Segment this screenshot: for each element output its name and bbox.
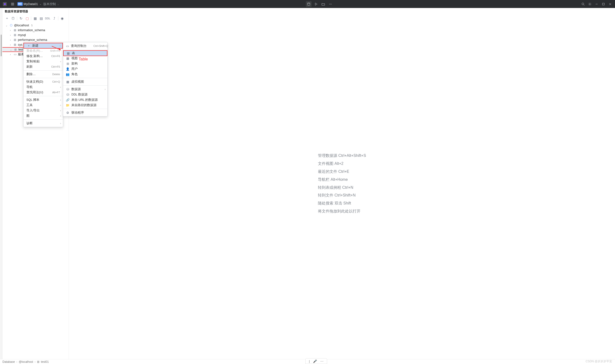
schema-icon: ⊞: [13, 33, 17, 37]
ctx-diagram[interactable]: 图 ›: [24, 113, 63, 118]
chevron-right-icon[interactable]: ›: [9, 53, 12, 56]
ddl-button[interactable]: DDL: [45, 17, 50, 20]
svg-point-7: [582, 3, 584, 5]
shortcut-line: 文件视图 Alt+2: [318, 160, 366, 168]
shortcut-line: 最近的文件 Ctrl+E: [318, 168, 366, 176]
chevron-right-icon[interactable]: ›: [9, 34, 12, 37]
tree-label: @localhost: [14, 24, 29, 27]
sub-schema[interactable]: ⊞ 架构: [63, 61, 108, 66]
ctx-diagnose[interactable]: 诊断 ›: [24, 121, 63, 126]
gear-icon[interactable]: [587, 1, 593, 7]
schema-icon: ⊞: [37, 360, 40, 364]
folder-icon[interactable]: [320, 1, 326, 7]
sub-ddl-data-source[interactable]: ⛁ DDL 数据源: [63, 92, 108, 97]
maximize-icon[interactable]: [601, 1, 606, 7]
close-icon[interactable]: [607, 1, 613, 7]
project-badge: MD: [17, 2, 23, 6]
watermark: CSDN @岁岁岁平安: [586, 359, 612, 364]
svg-point-6: [331, 4, 332, 4]
shortcut-line: 导航栏 Alt+Home: [318, 176, 366, 184]
breadcrumb-item[interactable]: Database: [2, 360, 15, 364]
left-toolstrip: [0, 8, 2, 359]
project-selector[interactable]: MD MyData01 ⌄: [17, 2, 41, 6]
minimize-icon[interactable]: [594, 1, 600, 7]
ctx-delete[interactable]: 删除… Delete: [24, 72, 63, 77]
chevron-right-icon: ›: [60, 44, 60, 47]
sub-user[interactable]: 👤 用户: [63, 66, 108, 72]
svg-point-2: [307, 3, 310, 4]
main-menu-icon[interactable]: [10, 1, 15, 7]
tree-item[interactable]: › ⊞ performance_schema: [2, 38, 69, 42]
tree-item[interactable]: › ⊞ information_schema: [2, 28, 69, 33]
svg-point-8: [589, 4, 590, 5]
chevron-right-icon[interactable]: ›: [9, 43, 12, 46]
ctx-import-export[interactable]: 导入/导出 ›: [24, 108, 63, 113]
sub-query-console[interactable]: ▭ 查询控制台 Ctrl+Shift+Q: [63, 43, 108, 49]
database-icon[interactable]: [306, 1, 312, 7]
ctx-copy-paste[interactable]: 复制/粘贴 ›: [24, 59, 63, 64]
sub-driver[interactable]: ⚙ 驱动程序: [63, 110, 108, 115]
more-icon[interactable]: [328, 1, 333, 7]
sidebar-title: 数据库资源管理器: [2, 8, 69, 15]
table-icon[interactable]: ▤: [39, 16, 43, 21]
context-submenu-new: ▭ 查询控制台 Ctrl+Shift+Q ▦ 表 ▦ 视图 ⊞ 架构 👤 用户 …: [63, 42, 108, 117]
more-icon[interactable]: ⋯: [320, 359, 324, 363]
table-icon: ▦: [67, 52, 70, 55]
ctx-new[interactable]: ＋ 新建 ›: [24, 43, 63, 49]
datasource-icon[interactable]: [11, 16, 15, 21]
chevron-right-icon: ›: [60, 122, 61, 125]
sub-data-source[interactable]: ⛁ 数据源 ›: [63, 87, 108, 92]
ctx-refresh[interactable]: 刷新 Ctrl+F5: [24, 64, 63, 69]
refresh-icon[interactable]: ↻: [19, 16, 23, 21]
project-name: MyData01: [24, 2, 38, 6]
svg-point-4: [329, 4, 330, 4]
ctx-quick-doc[interactable]: 快速文档(D) Ctrl+Q: [24, 79, 63, 84]
chevron-right-icon[interactable]: ›: [9, 29, 12, 32]
console-icon: ▭: [66, 44, 69, 48]
scrollbar[interactable]: [1, 35, 2, 56]
chevron-down-icon[interactable]: ⌄: [5, 24, 8, 27]
add-icon[interactable]: ＋: [5, 16, 9, 21]
chevron-right-icon: ›: [60, 99, 61, 101]
context-menu: ＋ 新建 › 重命名(R)… Shift+F6 修改 架构… Ctrl+F6 复…: [23, 42, 63, 127]
divider-icon[interactable]: |: [309, 359, 310, 363]
user-icon: 👤: [66, 67, 69, 71]
svg-rect-9: [602, 3, 604, 5]
stop-icon[interactable]: ▢: [25, 16, 29, 21]
shortcut-line: 转到文件 Ctrl+Shift+N: [318, 191, 366, 199]
driver-icon: ⚙: [66, 111, 69, 115]
ctx-navigate[interactable]: 导航 ›: [24, 84, 63, 90]
url-icon: 🔗: [66, 98, 69, 102]
tree-label: information_schema: [18, 28, 45, 32]
breadcrumb-item[interactable]: test01: [41, 360, 49, 364]
chevron-right-icon[interactable]: ›: [9, 39, 12, 41]
run-icon[interactable]: [313, 1, 319, 7]
tree-root[interactable]: ⌄ ⎔ @localhost 5: [2, 23, 69, 28]
eye-icon[interactable]: ◉: [60, 16, 64, 21]
ctx-rename[interactable]: 重命名(R)… Shift+F6: [24, 48, 63, 53]
sub-virtual-view[interactable]: ▦ 虚拟视图: [63, 79, 108, 84]
folder-icon: 📁: [66, 104, 69, 107]
sidebar-toolbar: ＋ ↻ ▢ ▦ ▤ DDL ⤴ ◉: [2, 15, 69, 22]
breadcrumb-item[interactable]: @localhost: [19, 360, 33, 364]
diagram-icon[interactable]: ▦: [33, 16, 37, 21]
ctx-modify-schema[interactable]: 修改 架构… Ctrl+F6: [24, 53, 63, 59]
search-icon[interactable]: [580, 1, 586, 7]
sub-role[interactable]: 👥 角色: [63, 72, 108, 77]
ddl-icon: ⛁: [66, 93, 69, 96]
jump-icon[interactable]: ⤴: [52, 16, 56, 21]
sub-url-data-source[interactable]: 🔗 来自 URL 的数据源: [63, 97, 108, 103]
sub-table[interactable]: ▦ 表: [63, 50, 108, 56]
schema-icon: ⊞: [13, 38, 17, 41]
mic-icon[interactable]: 🎤: [313, 359, 317, 363]
ctx-sql-script[interactable]: SQL 脚本 ›: [24, 97, 63, 103]
tree-item[interactable]: › ⊞ mysql: [2, 33, 69, 38]
app-icon: [2, 1, 8, 7]
chevron-right-icon: ›: [60, 60, 61, 63]
sub-path-data-source[interactable]: 📁 来自路径的数据源: [63, 103, 108, 108]
vcs-selector[interactable]: 版本控制 ⌄: [43, 2, 59, 6]
schema-icon: ⊞: [66, 62, 69, 65]
ctx-tools[interactable]: 工具 ›: [24, 103, 63, 108]
chevron-down-icon[interactable]: ⌄: [9, 48, 13, 51]
ctx-find-usages[interactable]: 查找用法(U) Alt+F7: [24, 90, 63, 95]
